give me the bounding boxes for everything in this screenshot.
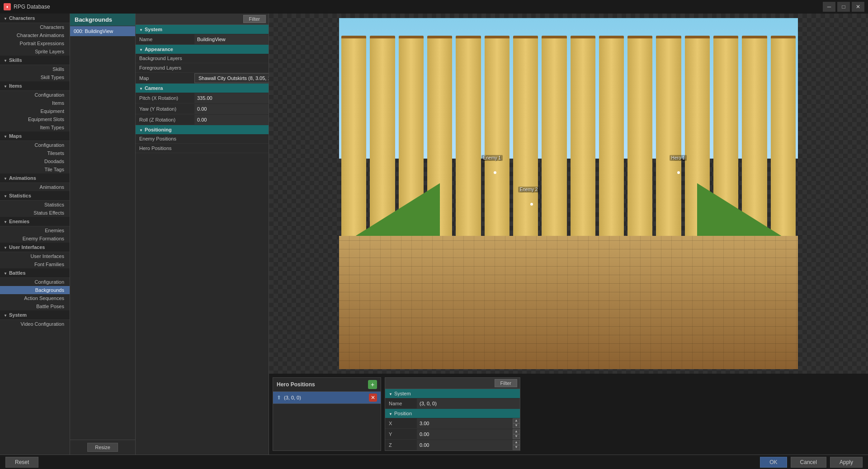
sidebar-item-font-families[interactable]: Font Families	[0, 260, 70, 268]
minimize-button[interactable]: ─	[823, 2, 835, 12]
chevron-down-icon	[4, 175, 7, 181]
hero-positions-header: Hero Positions +	[273, 378, 381, 392]
enemy-positions-item[interactable]: Enemy Positions	[136, 134, 269, 144]
sidebar-item-doodads[interactable]: Doodads	[0, 157, 70, 165]
pos-system-section-header[interactable]: System	[385, 389, 520, 398]
game-preview: Enemy 1 Enemy 2 Hero 1	[269, 14, 868, 374]
pos-prop-row-y: Y ▲ ▼	[385, 429, 520, 440]
scene-canvas: Enemy 1 Enemy 2 Hero 1	[339, 18, 798, 369]
close-button[interactable]: ✕	[852, 2, 864, 12]
chevron-down-icon	[4, 83, 7, 89]
titlebar: ♦ RPG Database ─ □ ✕	[0, 0, 868, 14]
system-section-header[interactable]: System	[136, 25, 269, 34]
prop-label-name: Name	[136, 35, 194, 43]
prop-row-map: Map Shawall City Outskirts (8, 3.05, 17)	[136, 73, 269, 84]
sidebar-section-statistics[interactable]: Statistics	[0, 191, 70, 201]
ok-button[interactable]: OK	[760, 457, 787, 468]
sidebar-item-configuration-maps[interactable]: Configuration	[0, 141, 70, 149]
filter-button[interactable]: Filter	[243, 15, 266, 23]
position-item-label: (3, 0, 0)	[284, 395, 369, 400]
chevron-down-icon	[4, 312, 7, 318]
reset-button[interactable]: Reset	[5, 457, 38, 468]
enemy1-label: Enemy 1	[481, 155, 503, 161]
y-value[interactable]	[417, 429, 513, 439]
sidebar-item-backgrounds[interactable]: Backgrounds	[0, 286, 70, 294]
chevron-down-icon	[4, 219, 7, 224]
sidebar-item-characters[interactable]: Characters	[0, 23, 70, 31]
maximize-button[interactable]: □	[837, 2, 850, 12]
sidebar-section-maps[interactable]: Maps	[0, 131, 70, 141]
prop-value-pitch[interactable]	[194, 93, 269, 103]
add-position-button[interactable]: +	[368, 380, 377, 389]
chevron-down-icon	[389, 391, 392, 396]
y-spinner-buttons: ▲ ▼	[513, 429, 520, 439]
app-icon: ♦	[4, 3, 11, 10]
foreground-layers-item[interactable]: Foreground Layers	[136, 63, 269, 73]
pos-detail-filter: Filter	[385, 378, 520, 389]
sidebar-item-skill-types[interactable]: Skill Types	[0, 73, 70, 81]
z-value[interactable]	[417, 440, 513, 450]
prop-value-name[interactable]	[194, 34, 269, 44]
hero-positions-item[interactable]: Hero Positions	[136, 144, 269, 153]
sidebar-section-enemies[interactable]: Enemies	[0, 217, 70, 226]
prop-label-map: Map	[136, 74, 194, 82]
list-item[interactable]: 000: BuildingView	[70, 26, 135, 36]
sidebar-item-skills[interactable]: Skills	[0, 65, 70, 73]
sidebar-section-animations[interactable]: Animations	[0, 174, 70, 183]
prop-value-roll[interactable]	[194, 115, 269, 125]
camera-section-header[interactable]: Camera	[136, 84, 269, 93]
x-spinner-buttons: ▲ ▼	[513, 418, 520, 428]
x-decrement-button[interactable]: ▼	[513, 423, 520, 428]
x-value[interactable]	[417, 418, 513, 428]
chevron-down-icon	[4, 270, 7, 276]
sidebar-item-user-interfaces[interactable]: User Interfaces	[0, 252, 70, 260]
y-increment-button[interactable]: ▲	[513, 429, 520, 434]
x-increment-button[interactable]: ▲	[513, 418, 520, 423]
sidebar-item-equipment[interactable]: Equipment	[0, 107, 70, 115]
apply-button[interactable]: Apply	[830, 457, 863, 468]
sidebar-item-action-sequences[interactable]: Action Sequences	[0, 294, 70, 302]
sidebar-item-character-animations[interactable]: Character Animations	[0, 31, 70, 39]
sidebar-item-items[interactable]: Items	[0, 99, 70, 107]
prop-value-yaw[interactable]	[194, 104, 269, 114]
pos-filter-button[interactable]: Filter	[495, 379, 517, 387]
sidebar-section-battles[interactable]: Battles	[0, 268, 70, 278]
sidebar-item-statistics[interactable]: Statistics	[0, 201, 70, 209]
y-decrement-button[interactable]: ▼	[513, 434, 520, 439]
sidebar-item-battle-poses[interactable]: Battle Poses	[0, 302, 70, 310]
appearance-section-header[interactable]: Appearance	[136, 45, 269, 54]
z-increment-button[interactable]: ▲	[513, 440, 520, 445]
sidebar-section-characters[interactable]: Characters	[0, 14, 70, 23]
positioning-section-header[interactable]: Positioning	[136, 125, 269, 134]
sidebar-item-configuration-items[interactable]: Configuration	[0, 91, 70, 99]
chevron-down-icon	[139, 47, 143, 52]
titlebar-title: RPG Database	[14, 4, 50, 10]
pos-position-section-header[interactable]: Position	[385, 409, 520, 418]
sidebar-item-equipment-slots[interactable]: Equipment Slots	[0, 115, 70, 123]
prop-row-yaw: Yaw (Y Rotation)	[136, 103, 269, 114]
remove-position-button[interactable]: ✕	[369, 394, 377, 402]
sidebar-item-video-configuration[interactable]: Video Configuration	[0, 320, 70, 328]
sidebar-section-skills[interactable]: Skills	[0, 56, 70, 65]
sidebar-item-enemy-formations[interactable]: Enemy Formations	[0, 234, 70, 243]
sidebar-section-user-interfaces[interactable]: User Interfaces	[0, 243, 70, 252]
prop-value-map[interactable]: Shawall City Outskirts (8, 3.05, 17)	[194, 73, 269, 83]
position-item[interactable]: ⬆ (3, 0, 0) ✕	[273, 392, 381, 404]
pos-prop-value-name[interactable]	[417, 399, 520, 408]
cancel-button[interactable]: Cancel	[791, 457, 826, 468]
chevron-down-icon	[4, 133, 7, 139]
sidebar-item-sprite-layers[interactable]: Sprite Layers	[0, 47, 70, 56]
sidebar-item-enemies[interactable]: Enemies	[0, 226, 70, 234]
sidebar-item-status-effects[interactable]: Status Effects	[0, 209, 70, 217]
z-decrement-button[interactable]: ▼	[513, 445, 520, 450]
sidebar-item-tile-tags[interactable]: Tile Tags	[0, 165, 70, 174]
sidebar-item-configuration-battles[interactable]: Configuration	[0, 278, 70, 286]
sidebar-item-item-types[interactable]: Item Types	[0, 123, 70, 131]
sidebar-item-animations[interactable]: Animations	[0, 183, 70, 191]
sidebar-item-tilesets[interactable]: Tilesets	[0, 149, 70, 157]
sidebar-item-portrait-expressions[interactable]: Portrait Expressions	[0, 39, 70, 47]
sidebar-section-items[interactable]: Items	[0, 81, 70, 91]
background-layers-item[interactable]: Background Layers	[136, 54, 269, 63]
resize-button[interactable]: Resize	[87, 443, 118, 452]
sidebar-section-system[interactable]: System	[0, 310, 70, 320]
